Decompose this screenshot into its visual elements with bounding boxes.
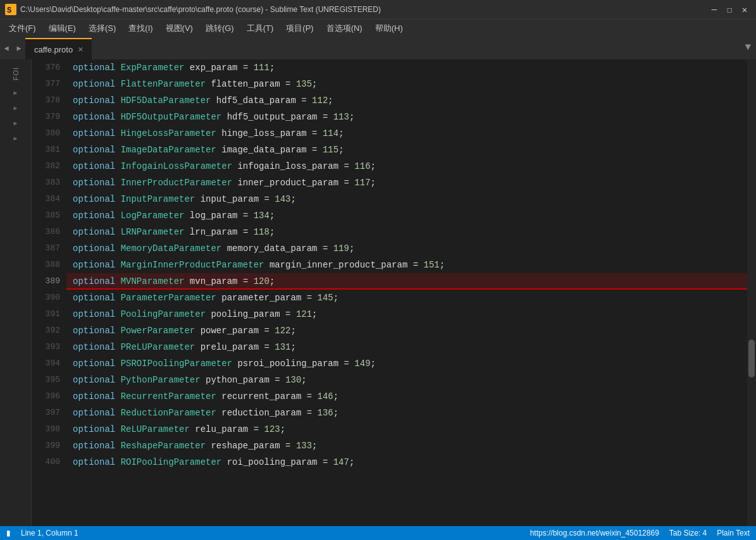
code-line: optional InfogainLossParameter infogain_… <box>66 158 747 175</box>
code-line: optional PythonParameter python_param = … <box>66 372 747 388</box>
type-name: PReLUParameter <box>121 342 195 352</box>
tab-dropdown-button[interactable]: ▼ <box>745 42 751 53</box>
field-number: 115 <box>323 145 338 155</box>
menu-bar: 文件(F)编辑(E)选择(S)查找(I)视图(V)跳转(G)工具(T)项目(P)… <box>0 19 756 37</box>
code-line: optional HingeLossParameter hinge_loss_p… <box>66 125 747 142</box>
code-line: optional RecurrentParameter recurrent_pa… <box>66 388 747 405</box>
code-line: optional ExpParameter exp_param = 111; <box>66 59 747 76</box>
menu-item-H[interactable]: 帮助(H) <box>369 21 409 36</box>
line-number: 396 <box>32 388 66 405</box>
type-name: InnerProductParameter <box>121 178 232 188</box>
tab-nav-right[interactable]: ▶ <box>13 37 25 59</box>
code-line: optional HDF5OutputParameter hdf5_output… <box>66 109 747 125</box>
type-name: LogParameter <box>121 211 185 221</box>
type-name: ReshapeParameter <box>121 441 206 451</box>
menu-item-I[interactable]: 查找(I) <box>122 21 159 36</box>
close-button[interactable]: ✕ <box>738 3 751 16</box>
minimize-button[interactable]: — <box>708 3 721 16</box>
field-name: hdf5_data_param <box>216 95 296 106</box>
line-number: 384 <box>32 191 66 207</box>
code-line: optional ROIPoolingParameter roi_pooling… <box>66 454 747 470</box>
keyword-optional: optional <box>73 293 115 303</box>
keyword-optional: optional <box>73 457 115 467</box>
keyword-optional: optional <box>73 441 115 451</box>
line-number: 395 <box>32 372 66 388</box>
line-number: 389 <box>32 273 66 290</box>
keyword-optional: optional <box>73 309 115 319</box>
type-name: ROIPoolingParameter <box>121 457 222 467</box>
field-name: recurrent_param <box>221 391 301 402</box>
menu-item-S[interactable]: 选择(S) <box>82 21 122 36</box>
window-controls: — ☐ ✕ <box>708 3 751 16</box>
type-name: InfogainLossParameter <box>121 161 232 171</box>
type-name: FlattenParameter <box>121 79 206 89</box>
menu-item-G[interactable]: 跳转(G) <box>199 21 240 36</box>
field-number: 112 <box>312 95 328 106</box>
keyword-optional: optional <box>73 342 115 352</box>
type-name: ImageDataParameter <box>121 145 216 155</box>
menu-item-F[interactable]: 文件(F) <box>3 21 42 36</box>
type-name: HDF5OutputParameter <box>121 112 222 122</box>
code-line: optional ReshapeParameter reshape_param … <box>66 438 747 454</box>
code-line: optional PowerParameter power_param = 12… <box>66 322 747 339</box>
code-editor[interactable]: optional ExpParameter exp_param = 111;op… <box>66 59 747 526</box>
keyword-optional: optional <box>73 227 115 237</box>
sidebar-arrow-2[interactable]: ▶ <box>13 101 17 116</box>
line-number: 391 <box>32 306 66 322</box>
field-name: python_param <box>206 375 270 385</box>
line-number: 377 <box>32 76 66 92</box>
line-number: 382 <box>32 158 66 175</box>
field-number: 118 <box>254 227 270 237</box>
menu-item-V[interactable]: 视图(V) <box>159 21 199 36</box>
vertical-scrollbar[interactable] <box>747 59 756 526</box>
menu-item-P[interactable]: 项目(P) <box>280 21 319 36</box>
sidebar-arrow-3[interactable]: ▶ <box>13 116 17 131</box>
code-line: optional MarginInnerProductParameter mar… <box>66 257 747 273</box>
status-bar: ▮ Line 1, Column 1 https://blog.csdn.net… <box>0 526 756 540</box>
tab-close-button[interactable]: × <box>78 45 83 54</box>
line-number: 388 <box>32 257 66 273</box>
code-line: optional ReductionParameter reduction_pa… <box>66 405 747 421</box>
keyword-optional: optional <box>73 95 115 106</box>
type-name: ReLUParameter <box>121 424 190 434</box>
code-line: optional LogParameter log_param = 134; <box>66 207 747 224</box>
sidebar-arrow-1[interactable]: ▶ <box>13 85 17 101</box>
type-name: ReductionParameter <box>121 408 216 418</box>
menu-item-T[interactable]: 工具(T) <box>240 21 280 36</box>
field-name: parameter_param <box>221 293 301 303</box>
field-name: margin_inner_product_param <box>270 260 407 270</box>
field-number: 130 <box>285 375 301 385</box>
maximize-button[interactable]: ☐ <box>723 3 736 16</box>
line-number: 394 <box>32 355 66 372</box>
field-number: 114 <box>323 128 338 138</box>
line-number: 376 <box>32 59 66 76</box>
field-number: 149 <box>354 359 370 369</box>
field-number: 123 <box>264 424 280 434</box>
sidebar-label: FOI <box>9 62 22 85</box>
keyword-optional: optional <box>73 211 115 221</box>
field-name: input_param <box>201 194 259 204</box>
keyword-optional: optional <box>73 391 115 402</box>
line-number-gutter: 3763773783793803813823833843853863873883… <box>32 59 66 526</box>
sidebar-arrow-4[interactable]: ▶ <box>13 131 17 146</box>
window-title: C:\Users\David\Desktop\caffe-master\src\… <box>20 5 708 14</box>
scrollbar-thumb[interactable] <box>748 340 755 377</box>
line-number: 385 <box>32 207 66 224</box>
menu-item-E[interactable]: 编辑(E) <box>42 21 82 36</box>
status-left: ▮ Line 1, Column 1 <box>6 529 78 537</box>
file-type-indicator: Plain Text <box>717 529 750 537</box>
keyword-optional: optional <box>73 194 115 204</box>
type-name: MarginInnerProductParameter <box>121 260 264 270</box>
tab-caffe-proto[interactable]: caffe.proto × <box>25 38 92 59</box>
code-line: optional InnerProductParameter inner_pro… <box>66 175 747 191</box>
field-number: 111 <box>254 63 270 73</box>
keyword-optional: optional <box>73 161 115 171</box>
field-number: 116 <box>354 161 370 171</box>
menu-item-N[interactable]: 首选项(N) <box>320 21 369 36</box>
tab-nav-left[interactable]: ◀ <box>0 37 13 59</box>
type-name: MVNParameter <box>121 276 185 286</box>
status-right: https://blog.csdn.net/weixin_45012869 Ta… <box>530 529 750 537</box>
code-line: optional HDF5DataParameter hdf5_data_par… <box>66 92 747 109</box>
code-line: optional ReLUParameter relu_param = 123; <box>66 421 747 438</box>
type-name: PoolingParameter <box>121 309 206 319</box>
